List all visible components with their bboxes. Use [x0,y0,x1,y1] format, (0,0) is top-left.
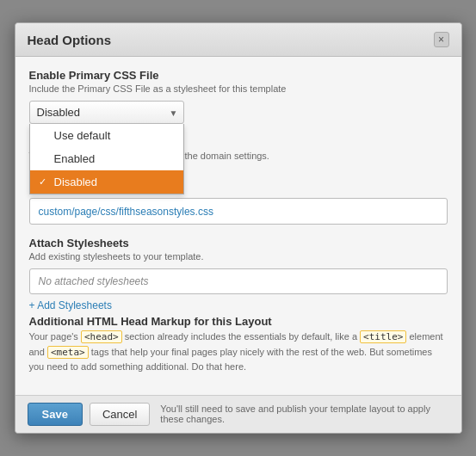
dialog-header: Head Options × [15,23,461,57]
html-markup-desc: Your page's <head> section already inclu… [29,330,448,374]
no-stylesheets-label: No attached stylesheets [39,275,149,287]
dialog-footer: Save Cancel You'll still need to save an… [15,395,461,433]
close-button[interactable]: × [434,32,449,47]
title-tag: <title> [360,330,406,343]
dropdown-option-enabled[interactable]: Enabled [30,147,183,170]
save-button[interactable]: Save [28,403,83,426]
checkmark-disabled: ✓ [39,176,49,188]
head-tag: <head> [81,330,122,343]
primary-css-dropdown-open: Use default Enabled ✓ Disabled [29,124,184,194]
primary-css-desc: Include the Primary CSS File as a styles… [29,83,448,94]
footer-note: You'll still need to save and publish yo… [160,404,448,424]
head-options-dialog: Head Options × Enable Primary CSS File I… [15,22,462,434]
meta-tag: <meta> [47,346,89,359]
dropdown-option-disabled[interactable]: ✓ Disabled [30,170,183,194]
primary-css-title: Enable Primary CSS File [29,69,448,82]
dialog-body: Enable Primary CSS File Include the Prim… [15,57,461,395]
attach-css-title: Attach Stylesheets [29,237,448,250]
css-link[interactable]: custom/page/css/fifthseasonstyles.css [39,206,213,218]
no-stylesheets-box: No attached stylesheets [29,268,448,294]
css-link-box: custom/page/css/fifthseasonstyles.css [29,198,448,225]
attach-stylesheets-section: Attach Stylesheets Add existing styleshe… [29,237,448,311]
primary-css-select[interactable]: Disabled [29,101,184,124]
cancel-button[interactable]: Cancel [90,403,150,426]
dialog-title: Head Options [28,33,112,47]
add-stylesheets-link[interactable]: + Add Stylesheets [29,299,112,311]
dropdown-option-use-default[interactable]: Use default [30,124,183,147]
html-markup-section: Additional HTML Head Markup for this Lay… [29,315,448,374]
primary-css-dropdown-wrapper: Disabled ▼ Use default Enabled ✓ Di [29,101,184,124]
html-markup-title: Additional HTML Head Markup for this Lay… [29,315,448,328]
primary-css-section: Enable Primary CSS File Include the Prim… [29,69,448,124]
attach-css-desc: Add existing stylesheets to your templat… [29,251,448,262]
